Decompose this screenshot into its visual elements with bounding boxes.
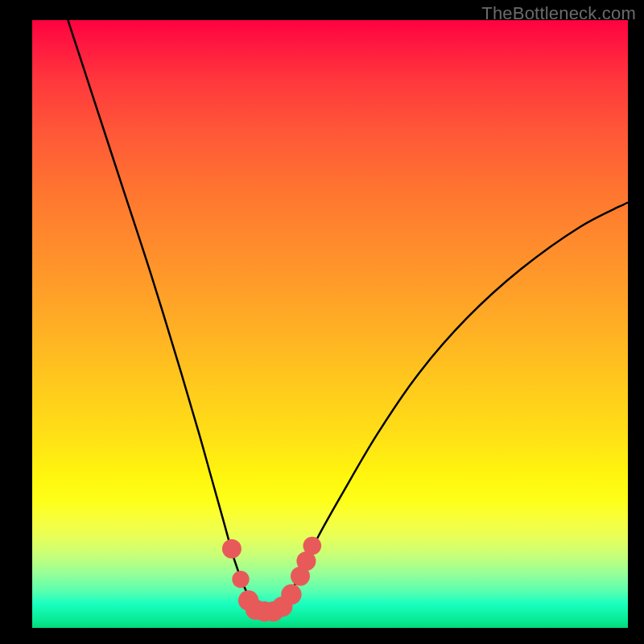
chart-svg [32, 20, 628, 628]
data-markers [222, 537, 321, 622]
watermark-text: TheBottleneck.com [481, 3, 636, 24]
data-marker [303, 537, 321, 555]
bottleneck-curve [68, 20, 628, 613]
data-marker [232, 571, 249, 588]
plot-area [32, 20, 628, 628]
data-marker [281, 584, 301, 605]
chart-frame: TheBottleneck.com [0, 0, 644, 644]
data-marker [222, 539, 242, 559]
